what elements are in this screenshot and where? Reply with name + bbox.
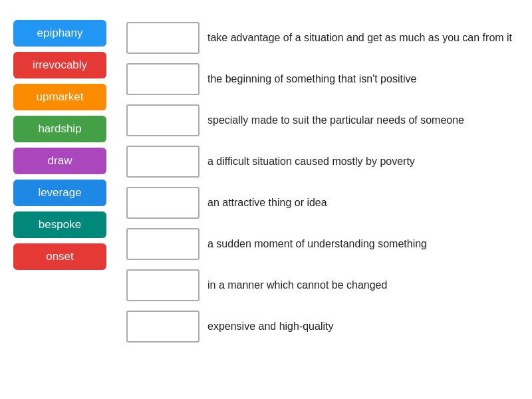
word-btn-draw[interactable]: draw	[13, 148, 106, 174]
definition-row: the beginning of something that isn't po…	[126, 61, 519, 97]
drop-box-def2[interactable]	[126, 63, 200, 95]
drop-box-def3[interactable]	[126, 104, 200, 136]
definition-text-def5: an attractive thing or idea	[207, 196, 519, 210]
definition-row: a sudden moment of understanding somethi…	[126, 226, 519, 262]
definition-text-def3: specially made to suit the particular ne…	[207, 113, 519, 128]
word-btn-upmarket[interactable]: upmarket	[13, 84, 106, 110]
drop-box-def1[interactable]	[126, 22, 200, 54]
definition-text-def8: expensive and high-quality	[207, 319, 519, 334]
definition-row: take advantage of a situation and get as…	[126, 20, 519, 56]
definition-row: an attractive thing or idea	[126, 185, 519, 221]
drop-box-def7[interactable]	[126, 269, 200, 301]
definition-text-def1: take advantage of a situation and get as…	[207, 31, 519, 45]
drop-box-def6[interactable]	[126, 228, 200, 260]
drop-box-def5[interactable]	[126, 187, 200, 219]
word-btn-hardship[interactable]: hardship	[13, 116, 106, 142]
definitions-column: take advantage of a situation and get as…	[126, 20, 519, 344]
word-btn-irrevocably[interactable]: irrevocably	[13, 52, 106, 78]
word-btn-epiphany[interactable]: epiphany	[13, 20, 106, 47]
definition-text-def2: the beginning of something that isn't po…	[207, 72, 519, 86]
definition-row: a difficult situation caused mostly by p…	[126, 144, 519, 180]
definition-text-def4: a difficult situation caused mostly by p…	[207, 154, 519, 169]
definition-row: specially made to suit the particular ne…	[126, 102, 519, 138]
definition-row: expensive and high-quality	[126, 309, 519, 344]
definition-text-def6: a sudden moment of understanding somethi…	[207, 237, 519, 251]
main-container: epiphanyirrevocablyupmarkethardshipdrawl…	[13, 20, 519, 344]
definition-text-def7: in a manner which cannot be changed	[207, 278, 519, 293]
words-column: epiphanyirrevocablyupmarkethardshipdrawl…	[13, 20, 106, 344]
word-btn-onset[interactable]: onset	[13, 243, 106, 270]
definition-row: in a manner which cannot be changed	[126, 267, 519, 303]
word-btn-leverage[interactable]: leverage	[13, 180, 106, 206]
drop-box-def8[interactable]	[126, 311, 200, 342]
drop-box-def4[interactable]	[126, 146, 200, 178]
word-btn-bespoke[interactable]: bespoke	[13, 211, 106, 238]
